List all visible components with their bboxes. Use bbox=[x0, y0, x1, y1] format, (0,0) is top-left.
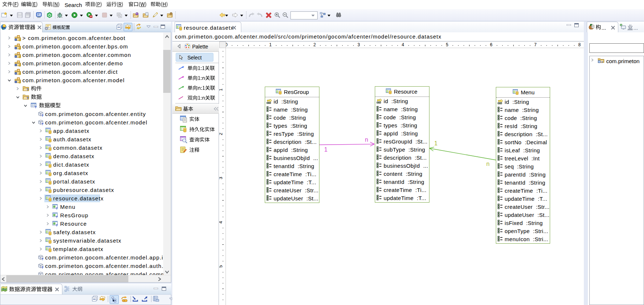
svg-text:?: ? bbox=[601, 61, 603, 63]
svg-text:7: 7 bbox=[534, 42, 537, 47]
svg-text:?: ? bbox=[26, 96, 29, 99]
svg-text:1: 1 bbox=[219, 88, 223, 91]
svg-text:?: ? bbox=[56, 207, 58, 210]
svg-text:0: 0 bbox=[226, 42, 228, 47]
svg-text:8: 8 bbox=[578, 42, 581, 47]
svg-text:n: n bbox=[486, 161, 490, 167]
svg-text:4: 4 bbox=[402, 42, 404, 47]
svg-text:6: 6 bbox=[490, 42, 493, 47]
svg-text:1: 1 bbox=[324, 146, 328, 153]
svg-text:2: 2 bbox=[313, 42, 316, 47]
svg-text:?: ? bbox=[35, 105, 37, 109]
svg-text:3: 3 bbox=[358, 42, 360, 47]
svg-text:3: 3 bbox=[219, 177, 223, 179]
svg-text:2: 2 bbox=[219, 132, 223, 135]
svg-text:5: 5 bbox=[446, 42, 449, 47]
svg-text:?: ? bbox=[41, 257, 44, 261]
svg-text:4: 4 bbox=[219, 221, 223, 224]
svg-text:?: ? bbox=[56, 224, 58, 227]
svg-text:?: ? bbox=[26, 88, 29, 91]
svg-text:?: ? bbox=[41, 114, 44, 117]
svg-text:1: 1 bbox=[269, 42, 272, 47]
svg-text:?: ? bbox=[56, 215, 58, 218]
svg-text:5: 5 bbox=[219, 265, 223, 268]
svg-text:n: n bbox=[365, 137, 368, 143]
svg-text:1: 1 bbox=[434, 140, 438, 146]
svg-text:?: ? bbox=[41, 122, 44, 126]
svg-text:?: ? bbox=[41, 266, 44, 269]
